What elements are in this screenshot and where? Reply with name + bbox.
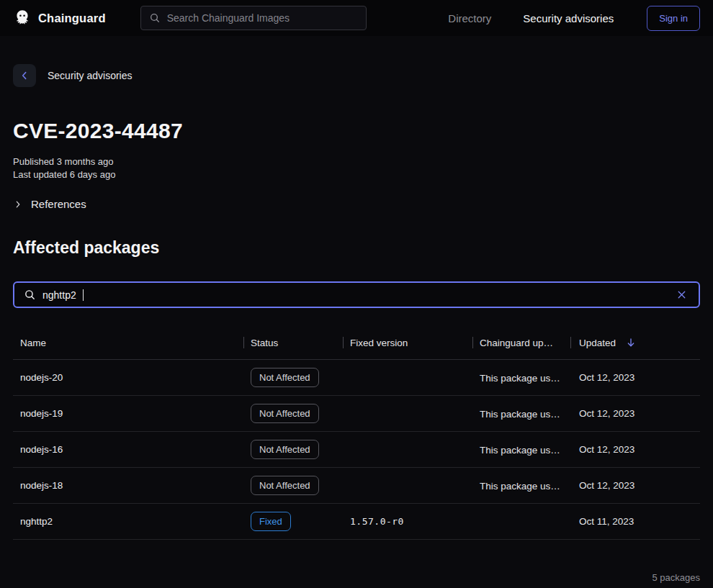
nav-links: Directory Security advisories xyxy=(448,12,614,24)
table-row[interactable]: nodejs-18 Not Affected This package us… … xyxy=(13,468,700,504)
status-badge: Fixed xyxy=(251,512,291,531)
chainguard-update-text: This package us… xyxy=(480,373,560,384)
publish-info: Published 3 months ago Last updated 6 da… xyxy=(13,155,700,181)
package-name: nodejs-20 xyxy=(13,372,243,383)
package-name: nodejs-19 xyxy=(13,408,243,419)
chainguard-update-text: This package us… xyxy=(480,445,560,456)
column-header-name[interactable]: Name xyxy=(13,338,243,348)
package-name: nodejs-18 xyxy=(13,480,243,491)
nav-link-directory[interactable]: Directory xyxy=(448,12,491,24)
status-badge: Not Affected xyxy=(251,404,319,423)
brand-name: Chainguard xyxy=(38,12,106,25)
table-row[interactable]: nodejs-16 Not Affected This package us… … xyxy=(13,432,700,468)
column-header-chainguard[interactable]: Chainguard up… xyxy=(472,338,570,348)
published-text: Published 3 months ago xyxy=(13,155,700,168)
sort-descending-icon[interactable] xyxy=(625,337,637,348)
table-body: nodejs-20 Not Affected This package us… … xyxy=(13,360,700,540)
chainguard-logo[interactable]: Chainguard xyxy=(13,9,106,27)
table-row[interactable]: nghttp2 Fixed 1.57.0-r0 Oct 11, 2023 xyxy=(13,504,700,540)
references-label: References xyxy=(31,198,86,210)
affected-packages-table: Name Status Fixed version Chainguard up…… xyxy=(13,326,700,540)
column-header-fixed-version[interactable]: Fixed version xyxy=(343,338,472,348)
updated-date: Oct 12, 2023 xyxy=(570,372,700,383)
package-search-input[interactable]: nghttp2 xyxy=(13,281,700,308)
page-title: CVE-2023-44487 xyxy=(13,119,700,143)
last-updated-text: Last updated 6 days ago xyxy=(13,168,700,181)
back-button[interactable] xyxy=(13,64,36,87)
sign-in-button[interactable]: Sign in xyxy=(647,6,700,31)
chevron-left-icon xyxy=(19,70,30,81)
nav-link-security-advisories[interactable]: Security advisories xyxy=(523,12,614,24)
package-count: 5 packages xyxy=(13,572,700,583)
column-header-updated-label: Updated xyxy=(579,338,616,348)
chainguard-update-text: This package us… xyxy=(480,481,560,492)
search-icon xyxy=(24,289,36,301)
octopus-logo-icon xyxy=(13,9,32,27)
fixed-version: 1.57.0-r0 xyxy=(343,516,472,527)
table-row[interactable]: nodejs-19 Not Affected This package us… … xyxy=(13,396,700,432)
breadcrumb-label[interactable]: Security advisories xyxy=(48,70,133,81)
close-icon xyxy=(676,289,688,301)
breadcrumb: Security advisories xyxy=(13,64,700,87)
column-header-updated[interactable]: Updated xyxy=(570,337,700,348)
navbar-search[interactable] xyxy=(140,6,367,30)
chevron-right-icon xyxy=(13,199,23,209)
top-navbar: Chainguard Directory Security advisories… xyxy=(0,0,713,36)
text-caret xyxy=(83,289,84,301)
affected-packages-heading: Affected packages xyxy=(13,238,700,258)
package-name: nghttp2 xyxy=(13,516,243,527)
clear-search-button[interactable] xyxy=(674,287,689,302)
updated-date: Oct 12, 2023 xyxy=(570,480,700,491)
status-badge: Not Affected xyxy=(251,476,319,495)
navbar-search-input[interactable] xyxy=(167,12,358,24)
status-badge: Not Affected xyxy=(251,440,319,459)
column-header-status[interactable]: Status xyxy=(243,338,343,348)
main-content: Security advisories CVE-2023-44487 Publi… xyxy=(0,64,713,583)
table-header: Name Status Fixed version Chainguard up…… xyxy=(13,326,700,360)
chainguard-update-text: This package us… xyxy=(480,409,560,420)
updated-date: Oct 12, 2023 xyxy=(570,444,700,455)
updated-date: Oct 12, 2023 xyxy=(570,408,700,419)
package-name: nodejs-16 xyxy=(13,444,243,455)
status-badge: Not Affected xyxy=(251,368,319,387)
package-search-value: nghttp2 xyxy=(42,289,76,301)
updated-date: Oct 11, 2023 xyxy=(570,516,700,527)
table-row[interactable]: nodejs-20 Not Affected This package us… … xyxy=(13,360,700,396)
search-icon xyxy=(149,12,161,24)
references-toggle[interactable]: References xyxy=(13,198,700,210)
